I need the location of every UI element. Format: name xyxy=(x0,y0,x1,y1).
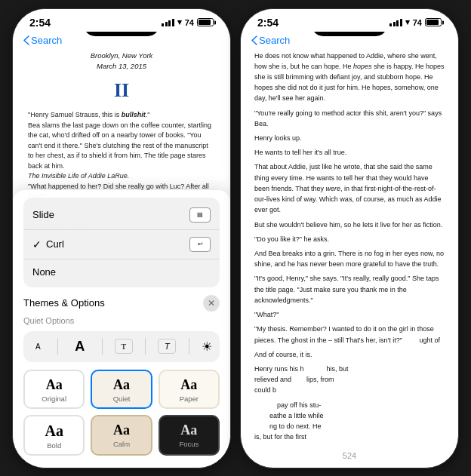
battery-label-right: 74 xyxy=(413,18,422,27)
curl-option[interactable]: ✓ Curl ↩ xyxy=(23,230,220,259)
theme-label-paper: Paper xyxy=(163,395,215,403)
left-phone: 2:54 ▾ 74 Search xyxy=(12,8,231,468)
brightness-icon[interactable]: ☀ xyxy=(202,339,212,354)
close-button[interactable]: ✕ xyxy=(203,295,220,312)
transition-menu: Slide ▤ ✓ Curl ↩ xyxy=(23,198,220,287)
theme-label-original: Original xyxy=(28,395,80,403)
signal-icon-right xyxy=(389,18,402,26)
wifi-icon-right: ▾ xyxy=(405,17,410,27)
battery-icon-right xyxy=(425,18,442,26)
theme-calm-card[interactable]: Aa Calm xyxy=(91,415,152,456)
right-phone: 2:54 ▾ 74 Search xyxy=(240,8,459,468)
font-controls: A A T T ☀ xyxy=(23,331,220,362)
theme-aa-original: Aa xyxy=(28,377,80,393)
status-icons-left: ▾ 74 xyxy=(162,17,214,27)
font-increase-button[interactable]: A xyxy=(70,337,89,356)
quiet-options-label: Quiet Options xyxy=(23,316,220,325)
curl-label: Curl xyxy=(46,238,64,250)
curl-icon: ↩ xyxy=(189,237,211,252)
theme-aa-paper: Aa xyxy=(163,377,215,393)
divider3 xyxy=(145,338,146,355)
font-type-icon[interactable]: T xyxy=(158,339,176,354)
signal-icon xyxy=(162,18,174,26)
status-bar-left: 2:54 ▾ 74 xyxy=(13,9,230,32)
theme-paper-card[interactable]: Aa Paper xyxy=(159,370,220,409)
wifi-icon: ▾ xyxy=(177,17,182,27)
theme-original-card[interactable]: Aa Original xyxy=(23,370,85,409)
back-button-right[interactable]: Search xyxy=(251,35,290,46)
divider4 xyxy=(189,338,189,355)
checkmark-icon: ✓ xyxy=(32,238,42,250)
font-style-icon[interactable]: T xyxy=(115,339,133,354)
theme-label-calm: Calm xyxy=(95,440,147,448)
theme-quiet-card[interactable]: Aa Quiet xyxy=(91,370,152,409)
battery-label: 74 xyxy=(185,18,194,27)
overlay-panel: Slide ▤ ✓ Curl ↩ xyxy=(13,190,230,468)
theme-label-focus: Focus xyxy=(163,440,215,448)
slide-icon: ▤ xyxy=(189,207,211,223)
themes-header: Themes & Options ✕ xyxy=(23,295,220,312)
status-bar-right: 2:54 ▾ 74 xyxy=(241,9,458,32)
time-left: 2:54 xyxy=(29,17,51,29)
slide-option[interactable]: Slide ▤ xyxy=(23,201,220,230)
divider2 xyxy=(102,338,103,355)
theme-focus-card[interactable]: Aa Focus xyxy=(159,415,220,456)
status-icons-right: ▾ 74 xyxy=(389,17,442,27)
slide-label: Slide xyxy=(32,209,54,220)
chapter-number: II xyxy=(28,75,215,106)
theme-grid: Aa Original Aa Quiet Aa Paper xyxy=(23,370,220,456)
book-header: Brooklyn, New York March 13, 2015 xyxy=(28,51,215,72)
none-option[interactable]: None xyxy=(23,259,220,284)
theme-bold-card[interactable]: Aa Bold xyxy=(23,415,85,456)
divider1 xyxy=(57,338,58,355)
battery-icon xyxy=(197,18,214,26)
none-label: None xyxy=(32,266,56,278)
themes-title: Themes & Options xyxy=(23,297,105,309)
theme-aa-focus: Aa xyxy=(163,422,215,438)
book-content-right: He does not know what happened to Addie,… xyxy=(241,51,458,449)
theme-label-quiet: Quiet xyxy=(95,395,147,403)
theme-aa-bold: Aa xyxy=(28,422,80,440)
theme-aa-calm: Aa xyxy=(95,422,147,438)
time-right: 2:54 xyxy=(257,17,279,29)
back-button-left[interactable]: Search xyxy=(23,35,62,46)
theme-aa-quiet: Aa xyxy=(95,377,147,393)
font-decrease-button[interactable]: A xyxy=(31,341,45,352)
theme-label-bold: Bold xyxy=(28,441,80,450)
page-number: 524 xyxy=(343,451,356,460)
